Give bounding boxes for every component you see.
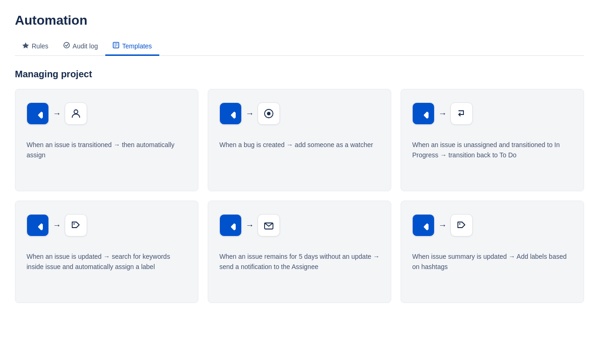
card-3-trigger-icon (412, 102, 435, 125)
svg-point-14 (74, 223, 75, 225)
card-2-icons: → (219, 102, 380, 125)
card-6[interactable]: → When issue summary is updated → Add la… (401, 201, 584, 303)
rules-icon (22, 42, 29, 50)
card-5[interactable]: → When an issue remains for 5 days witho… (208, 201, 391, 303)
svg-point-1 (64, 42, 69, 48)
card-4-icons: → (27, 214, 187, 236)
svg-marker-0 (22, 42, 29, 48)
svg-rect-8 (231, 111, 236, 119)
card-3-text: When an issue is unassigned and transiti… (412, 140, 572, 178)
card-5-trigger-icon (219, 214, 242, 236)
svg-rect-13 (38, 223, 43, 230)
svg-rect-12 (423, 111, 429, 119)
card-5-text: When an issue remains for 5 days without… (219, 251, 380, 290)
card-6-arrow: → (438, 221, 447, 230)
card-6-action-icon (450, 214, 473, 236)
card-3-icons: → (412, 102, 572, 125)
svg-rect-17 (423, 223, 429, 230)
card-5-action-icon (258, 214, 280, 236)
card-1-trigger-icon (27, 102, 49, 125)
card-5-icons: → (219, 214, 380, 236)
card-6-text: When issue summary is updated → Add labe… (412, 251, 572, 290)
card-1[interactable]: → When an issue is transitioned → then a… (15, 89, 198, 191)
tab-templates-label: Templates (122, 42, 152, 50)
card-4[interactable]: → When an issue is updated → search for … (15, 201, 198, 303)
card-1-icons: → (27, 102, 187, 125)
card-1-action-icon (65, 102, 87, 125)
svg-rect-6 (38, 111, 43, 119)
card-2-trigger-icon (219, 102, 242, 125)
tab-rules-label: Rules (32, 42, 48, 50)
svg-rect-15 (231, 223, 236, 230)
card-2[interactable]: → When a bug is created → add someone as… (208, 89, 391, 191)
card-3-arrow: → (438, 109, 447, 119)
card-2-text: When a bug is created → add someone as a… (219, 140, 380, 178)
section-title: Managing project (15, 69, 584, 80)
card-1-arrow: → (53, 109, 61, 119)
page-wrapper: Automation Rules Audit log (0, 0, 599, 318)
templates-icon (113, 42, 119, 50)
card-4-action-icon (65, 214, 87, 236)
card-6-trigger-icon (412, 214, 435, 236)
card-5-arrow: → (245, 221, 254, 230)
card-3[interactable]: → When an issue is unassigned and transi… (401, 89, 584, 191)
card-2-action-icon (258, 102, 280, 125)
tab-audit-log-label: Audit log (73, 42, 98, 50)
card-6-icons: → (412, 214, 572, 236)
svg-point-18 (459, 223, 461, 225)
card-3-action-icon (450, 102, 473, 125)
card-2-arrow: → (245, 109, 254, 119)
cards-grid: → When an issue is transitioned → then a… (15, 89, 584, 303)
tab-templates[interactable]: Templates (105, 37, 159, 56)
page-title: Automation (15, 13, 584, 28)
card-4-text: When an issue is updated → search for ke… (27, 251, 187, 290)
audit-log-icon (63, 42, 70, 50)
tabs-nav: Rules Audit log Templates (15, 37, 584, 56)
svg-point-7 (74, 110, 78, 114)
card-4-arrow: → (53, 221, 61, 230)
tab-rules[interactable]: Rules (15, 37, 56, 56)
tab-audit-log[interactable]: Audit log (56, 37, 105, 56)
card-4-trigger-icon (27, 214, 49, 236)
card-1-text: When an issue is transitioned → then aut… (27, 140, 187, 178)
